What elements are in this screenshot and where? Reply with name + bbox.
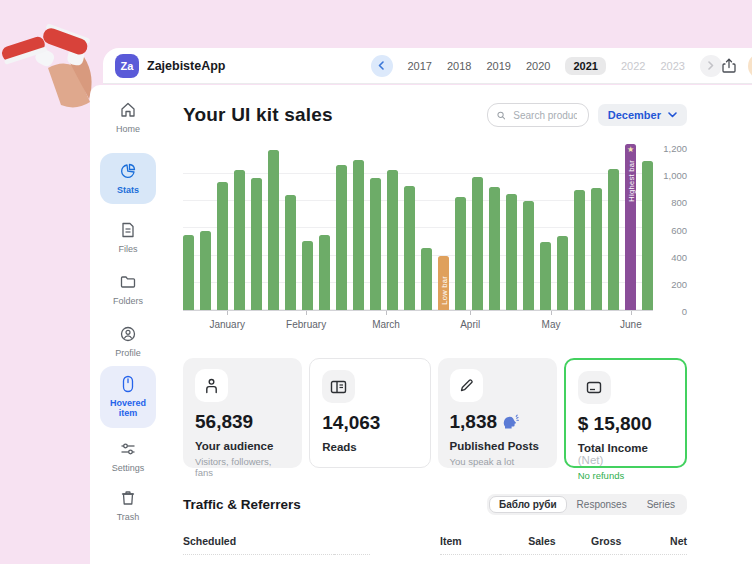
year-navigation: 2017 2018 2019 2020 2021 2022 2023: [371, 55, 722, 77]
traffic-tabs: Бабло руби Responses Series: [487, 494, 687, 515]
chart-bar[interactable]: [285, 195, 296, 310]
card-reads[interactable]: 14,063 Reads: [309, 358, 430, 468]
chart-bar[interactable]: [489, 187, 500, 310]
sales-bar-chart: Low bar★Highest bar JanuaryFebruaryMarch…: [183, 147, 687, 334]
card-label-suffix: (Net): [578, 454, 604, 466]
chart-bar[interactable]: [455, 197, 466, 310]
icon-chip: [450, 369, 483, 402]
year-tab-2021-active[interactable]: 2021: [565, 57, 605, 75]
chart-bar[interactable]: [557, 236, 568, 310]
speaking-head-icon: [502, 414, 519, 430]
traffic-header: Traffic & Referrers Бабло руби Responses…: [183, 494, 687, 515]
axis-tick: [631, 311, 632, 315]
chart-bar[interactable]: [183, 235, 194, 310]
card-label: Published Posts: [450, 440, 545, 452]
tab-series[interactable]: Series: [637, 496, 685, 513]
card-total-income[interactable]: $ 15,800 Total Income (Net) No refunds: [564, 358, 687, 468]
sidebar-item-hovered[interactable]: Hovered item: [100, 366, 156, 428]
chart-bar[interactable]: [591, 188, 602, 310]
settings-sliders-icon: [119, 440, 137, 458]
app-name: ZajebisteApp: [147, 59, 226, 73]
column-header-item: Item: [440, 531, 500, 555]
traffic-title: Traffic & Referrers: [183, 497, 301, 512]
chart-bar[interactable]: [302, 241, 313, 310]
app-avatar[interactable]: Za: [115, 54, 139, 78]
table-row[interactable]: Design systems 149: [183, 555, 370, 564]
chart-bar[interactable]: [404, 186, 415, 310]
sidebar-item-files[interactable]: Files: [118, 221, 137, 254]
sidebar-item-trash[interactable]: Trash: [117, 489, 140, 522]
chart-bar[interactable]: [387, 170, 398, 310]
chart-y-axis: 1,2001,0008006004002000: [653, 147, 687, 310]
year-tab-2022[interactable]: 2022: [621, 60, 645, 72]
traffic-tables: Scheduled Design systems 149 Item Sales: [183, 531, 687, 564]
chart-bar[interactable]: [251, 178, 262, 310]
sidebar-item-folders[interactable]: Folders: [113, 273, 143, 306]
chart-bar[interactable]: [268, 150, 279, 310]
chart-bar[interactable]: [608, 169, 619, 310]
row-name: Design systems: [183, 555, 334, 564]
year-tab-2019[interactable]: 2019: [486, 60, 510, 72]
card-published-posts[interactable]: 1,838 Published Posts You speak a lot: [438, 358, 557, 468]
share-icon[interactable]: [722, 58, 736, 74]
tab-responses[interactable]: Responses: [567, 496, 637, 513]
chart-bar[interactable]: [506, 194, 517, 310]
main-content: Your UI kit sales December Low bar★Highe…: [166, 85, 752, 564]
search-input[interactable]: [511, 109, 578, 122]
card-label: Total Income (Net): [578, 442, 673, 466]
sidebar-item-label: Folders: [113, 296, 143, 306]
stat-cards: 56,839 Your audience Visitors, followers…: [183, 358, 687, 468]
prev-year-button[interactable]: [371, 55, 393, 77]
chart-bar[interactable]: [574, 190, 585, 310]
chart-bar[interactable]: [421, 248, 432, 310]
sidebar-item-stats[interactable]: Stats: [100, 153, 156, 204]
sidebar-item-label: Hovered item: [102, 398, 154, 419]
row-item: UI kits: [440, 555, 500, 564]
chart-bar[interactable]: [319, 235, 330, 310]
credit-card-icon: [586, 381, 602, 394]
search-box[interactable]: [487, 103, 589, 127]
y-axis-label: 1,200: [663, 143, 687, 154]
sidebar-item-profile[interactable]: Profile: [115, 325, 141, 358]
trash-icon: [119, 489, 137, 507]
card-value: 56,839: [195, 411, 290, 433]
month-dropdown[interactable]: December: [598, 104, 687, 126]
chart-bar[interactable]: [353, 160, 364, 310]
traffic-section: Traffic & Referrers Бабло руби Responses…: [183, 494, 687, 564]
stats-icon: [119, 162, 137, 180]
card-audience[interactable]: 56,839 Your audience Visitors, followers…: [183, 358, 302, 468]
chart-bar[interactable]: [642, 161, 653, 310]
month-label: February: [286, 319, 326, 330]
top-bar: Za ZajebisteApp 2017 2018 2019 2020 2021…: [103, 48, 752, 84]
notifications-button[interactable]: 3: [748, 53, 752, 79]
next-year-button[interactable]: [700, 55, 722, 77]
chart-bar[interactable]: [200, 231, 211, 310]
sidebar-item-settings[interactable]: Settings: [112, 440, 145, 473]
chart-bar[interactable]: [370, 178, 381, 310]
chart-bar[interactable]: [523, 201, 534, 310]
year-tab-2017[interactable]: 2017: [408, 60, 432, 72]
table-row[interactable]: UI kits 26 159.50 149.50: [440, 555, 687, 564]
items-table: Item Sales Gross Net UI kits 26 159.50 1…: [440, 531, 687, 564]
icon-chip: [195, 369, 228, 402]
chart-bar[interactable]: [472, 177, 483, 310]
year-tab-2023[interactable]: 2023: [660, 60, 684, 72]
chart-bar[interactable]: Low bar: [438, 256, 449, 310]
mouse-icon: [120, 375, 136, 393]
sidebar-item-home[interactable]: Home: [116, 101, 140, 134]
chart-bar[interactable]: [336, 165, 347, 310]
screen: Za ZajebisteApp 2017 2018 2019 2020 2021…: [0, 0, 752, 564]
month-label: May: [542, 319, 561, 330]
month-label: June: [620, 319, 642, 330]
row-sales: 26: [500, 555, 556, 564]
chart-bar[interactable]: [540, 242, 551, 310]
home-icon: [119, 101, 137, 119]
column-header-sales: Sales: [500, 531, 556, 555]
tab-bablo-rubi[interactable]: Бабло руби: [489, 496, 567, 513]
chart-bar[interactable]: [234, 170, 245, 310]
chart-bar[interactable]: ★Highest bar: [625, 144, 636, 310]
year-tab-2018[interactable]: 2018: [447, 60, 471, 72]
chart-bar[interactable]: [217, 182, 228, 310]
year-tab-2020[interactable]: 2020: [526, 60, 550, 72]
sidebar-item-label: Profile: [115, 348, 141, 358]
